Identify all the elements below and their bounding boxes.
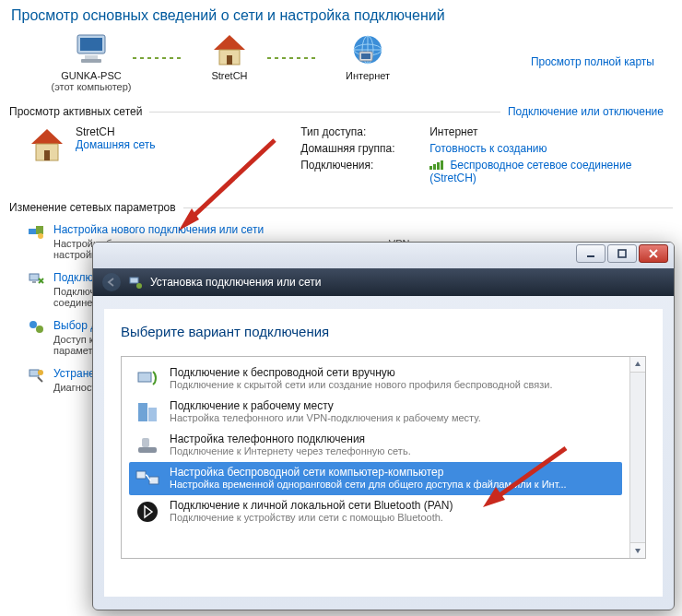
map-node-sublabel: (этот компьютер) — [41, 81, 142, 92]
scrollbar[interactable] — [629, 357, 645, 558]
wizard-icon — [128, 275, 143, 290]
maximize-button[interactable] — [607, 244, 637, 263]
svg-rect-22 — [29, 370, 39, 376]
option-sub: Настройка телефонного или VPN-подключени… — [170, 412, 481, 423]
detail-homegroup-label: Домашняя группа: — [300, 142, 429, 155]
svg-rect-1 — [80, 38, 102, 51]
map-node-label: StretCH — [179, 70, 280, 81]
connect-icon — [28, 271, 44, 288]
divider — [149, 112, 500, 113]
dialog-titlebar[interactable] — [93, 243, 674, 268]
map-connector — [133, 57, 184, 59]
svg-rect-34 — [142, 438, 149, 447]
troubleshoot-icon — [28, 367, 44, 384]
active-network-name: StretCH — [76, 125, 155, 138]
svg-marker-12 — [31, 129, 63, 144]
option-sub: Подключение к устройству или сети с помо… — [170, 512, 453, 523]
option-title: Настройка беспроводной сети компьютер-ко… — [170, 466, 567, 479]
svg-point-29 — [136, 283, 142, 289]
svg-rect-26 — [587, 255, 594, 257]
detail-access-label: Тип доступа: — [300, 125, 429, 138]
connection-wizard-dialog: Установка подключения или сети Выберите … — [92, 242, 675, 610]
svg-rect-3 — [81, 59, 101, 63]
detail-connections-label: Подключения: — [300, 159, 429, 184]
svg-rect-18 — [29, 274, 39, 280]
svg-rect-28 — [130, 278, 138, 283]
svg-point-17 — [38, 233, 43, 239]
option-title: Подключение к личной локальной сети Blue… — [170, 499, 453, 512]
homegroup-icon — [28, 319, 44, 336]
svg-point-37 — [137, 502, 158, 522]
svg-marker-38 — [635, 361, 641, 366]
computer-icon — [72, 31, 111, 68]
svg-point-21 — [36, 326, 43, 333]
connection-wizard-icon — [28, 223, 44, 240]
connect-disconnect-link[interactable]: Подключение или отключение — [508, 105, 664, 118]
minimize-button[interactable] — [576, 244, 606, 263]
svg-rect-2 — [85, 55, 98, 59]
option-bluetooth-pan[interactable]: Подключение к личной локальной сети Blue… — [129, 495, 622, 528]
map-connector — [267, 57, 319, 59]
view-full-map-link[interactable]: Просмотр полной карты — [531, 55, 654, 68]
svg-rect-11 — [361, 53, 370, 59]
globe-icon — [348, 31, 387, 68]
svg-rect-19 — [32, 281, 36, 283]
detail-connection-link[interactable]: Беспроводное сетевое соединение (StretCH… — [429, 159, 631, 184]
map-node-label: Интернет — [317, 70, 418, 81]
connection-options-list: Подключение к беспроводной сети вручнуюП… — [121, 356, 646, 559]
active-network-type-link[interactable]: Домашняя сеть — [76, 138, 155, 151]
dialog-toolbar: Установка подключения или сети — [93, 268, 674, 296]
bluetooth-icon — [135, 499, 160, 525]
wireless-icon — [135, 366, 160, 392]
scroll-up-button[interactable] — [630, 357, 645, 373]
back-button[interactable] — [102, 273, 121, 291]
adhoc-icon — [135, 466, 160, 492]
scroll-down-button[interactable] — [630, 542, 645, 558]
signal-strength-icon — [429, 160, 443, 170]
map-node-router[interactable]: StretCH — [179, 31, 280, 81]
option-sub: Подключение к скрытой сети или создание … — [170, 379, 552, 390]
svg-rect-15 — [29, 229, 36, 234]
map-node-label: GUNKA-PSC — [41, 70, 142, 81]
map-node-this-pc[interactable]: GUNKA-PSC (этот компьютер) — [41, 31, 142, 92]
dialog-toolbar-title: Установка подключения или сети — [150, 276, 321, 289]
svg-rect-31 — [138, 403, 147, 421]
detail-access-value: Интернет — [429, 125, 673, 138]
network-map: GUNKA-PSC (этот компьютер) StretCH Интер… — [9, 31, 673, 92]
option-sub: Подключение к Интернету через телефонную… — [170, 445, 411, 456]
svg-rect-14 — [44, 150, 50, 160]
close-button[interactable] — [639, 244, 668, 263]
workplace-icon — [135, 399, 160, 425]
change-settings-heading: Изменение сетевых параметров — [9, 201, 176, 214]
option-title: Подключение к рабочему месту — [170, 399, 481, 412]
task-title: Настройка нового подключения или сети — [53, 223, 533, 236]
option-title: Подключение к беспроводной сети вручную — [170, 366, 552, 379]
phone-icon — [135, 432, 160, 458]
page-title: Просмотр основных сведений о сети и наст… — [11, 7, 673, 24]
option-workplace[interactable]: Подключение к рабочему местуНастройка те… — [129, 396, 622, 429]
house-icon — [28, 125, 66, 164]
svg-point-23 — [38, 370, 43, 375]
option-dialup[interactable]: Настройка телефонного подключенияПодключ… — [129, 429, 622, 462]
svg-rect-35 — [136, 471, 146, 479]
svg-marker-4 — [214, 35, 245, 50]
svg-rect-30 — [138, 373, 151, 382]
svg-rect-27 — [618, 250, 626, 257]
svg-rect-16 — [36, 226, 43, 234]
map-node-internet[interactable]: Интернет — [317, 31, 418, 81]
house-icon — [210, 31, 249, 68]
svg-rect-33 — [138, 447, 157, 453]
option-adhoc-wireless[interactable]: Настройка беспроводной сети компьютер-ко… — [129, 462, 622, 495]
option-title: Настройка телефонного подключения — [170, 432, 411, 445]
svg-point-20 — [29, 321, 37, 328]
detail-homegroup-link[interactable]: Готовность к созданию — [429, 142, 673, 155]
svg-rect-6 — [227, 55, 232, 65]
divider — [183, 207, 673, 208]
option-sub: Настройка временной одноранговой сети дл… — [170, 479, 567, 490]
option-manual-wireless[interactable]: Подключение к беспроводной сети вручнуюП… — [129, 362, 622, 396]
svg-rect-32 — [148, 408, 157, 421]
svg-marker-39 — [635, 549, 641, 553]
active-networks-heading: Просмотр активных сетей — [9, 105, 142, 118]
dialog-heading: Выберите вариант подключения — [121, 324, 646, 339]
